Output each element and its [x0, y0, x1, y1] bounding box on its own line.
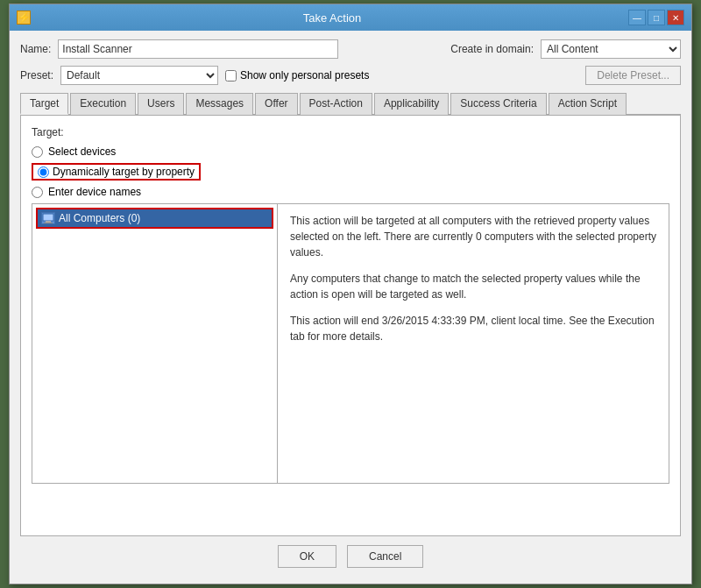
tab-applicability[interactable]: Applicability — [374, 93, 449, 115]
radio-select-devices-label: Select devices — [48, 145, 116, 158]
radio-enter-devices-label: Enter device names — [48, 186, 141, 198]
desc-text-1: This action will be targeted at all comp… — [290, 213, 656, 260]
minimize-button[interactable]: — — [628, 10, 646, 25]
tab-users[interactable]: Users — [138, 93, 184, 115]
computer-icon — [41, 212, 55, 224]
name-label: Name: — [20, 43, 51, 55]
close-button[interactable]: ✕ — [667, 10, 684, 25]
all-computers-item[interactable]: All Computers (0) — [36, 208, 273, 229]
domain-select[interactable]: All Content — [541, 39, 681, 59]
computers-left-panel: All Computers (0) — [32, 204, 278, 483]
tab-content-target: Target: Select devices Dynamically targe… — [20, 116, 681, 536]
take-action-window: ⚡ Take Action — □ ✕ Name: Create in doma… — [9, 4, 692, 584]
svg-rect-1 — [46, 221, 51, 223]
tab-target[interactable]: Target — [20, 93, 68, 115]
preset-select[interactable]: Default — [60, 66, 218, 85]
dynamic-highlight-box: Dynamically target by property — [32, 163, 201, 181]
desc-text-2: Any computers that change to match the s… — [290, 271, 656, 302]
preset-row: Preset: Default Show only personal prese… — [20, 66, 681, 85]
desc-text-3: This action will end 3/26/2015 4:33:39 P… — [290, 313, 656, 344]
window-title: Take Action — [36, 11, 628, 25]
maximize-button[interactable]: □ — [648, 10, 665, 25]
radio-enter-devices-row: Enter device names — [32, 186, 669, 198]
window-icon: ⚡ — [17, 11, 31, 25]
all-computers-label: All Computers (0) — [59, 212, 140, 224]
delete-preset-button[interactable]: Delete Preset... — [585, 66, 681, 85]
button-row: OK Cancel — [20, 536, 681, 575]
title-bar: ⚡ Take Action — □ ✕ — [10, 4, 691, 31]
svg-rect-0 — [43, 214, 53, 221]
target-section-label: Target: — [32, 126, 669, 138]
tab-success-criteria[interactable]: Success Criteria — [450, 93, 546, 115]
radio-dynamic-row: Dynamically target by property — [32, 163, 669, 181]
domain-label: Create in domain: — [450, 43, 534, 55]
computers-panel: All Computers (0) This action will be ta… — [32, 203, 669, 484]
preset-label: Preset: — [20, 69, 53, 81]
window-controls: — □ ✕ — [628, 10, 684, 25]
tab-bar: Target Execution Users Messages Offer Po… — [20, 92, 681, 116]
radio-dynamic[interactable] — [38, 166, 49, 178]
radio-select-devices[interactable] — [32, 146, 43, 158]
tab-execution[interactable]: Execution — [70, 93, 136, 115]
show-personal-checkbox-label[interactable]: Show only personal presets — [225, 69, 369, 81]
name-input[interactable] — [58, 39, 338, 59]
tab-offer[interactable]: Offer — [255, 93, 297, 115]
tab-messages[interactable]: Messages — [186, 93, 253, 115]
radio-select-devices-row: Select devices — [32, 145, 669, 158]
name-row: Name: Create in domain: All Content — [20, 39, 681, 59]
tab-action-script[interactable]: Action Script — [549, 93, 627, 115]
svg-rect-2 — [44, 223, 53, 223]
cancel-button[interactable]: Cancel — [347, 545, 423, 568]
ok-button[interactable]: OK — [278, 545, 336, 568]
window-body: Name: Create in domain: All Content Pres… — [10, 31, 691, 584]
radio-dynamic-label: Dynamically target by property — [53, 166, 195, 178]
tab-post-action[interactable]: Post-Action — [300, 93, 372, 115]
radio-enter-devices[interactable] — [32, 187, 43, 198]
show-personal-checkbox[interactable] — [225, 70, 237, 81]
computers-right-panel: This action will be targeted at all comp… — [278, 204, 669, 483]
